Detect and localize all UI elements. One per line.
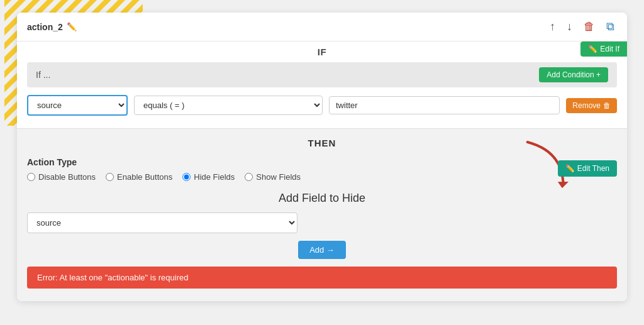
edit-if-button[interactable]: ✏️ ✏️ Edit If Edit If <box>580 41 627 57</box>
radio-enable-buttons-input[interactable] <box>106 173 114 181</box>
error-bar: Error: At least one "actionable" is requ… <box>27 267 617 289</box>
remove-condition-button[interactable]: Remove 🗑 <box>566 98 617 113</box>
main-card: action_2 ✏️ ↑ ↓ 🗑 ⧉ IF ✏️ ✏️ Edit If Edi… <box>17 13 627 301</box>
radio-hide-fields[interactable]: Hide Fields <box>182 172 235 182</box>
move-down-button[interactable]: ↓ <box>564 19 575 35</box>
radio-hide-fields-input[interactable] <box>182 173 191 181</box>
edit-then-button[interactable]: ✏️ ✏️ Edit Then Edit Then <box>558 160 617 177</box>
if-section-title: IF <box>17 41 627 62</box>
add-condition-button[interactable]: Add Condition + <box>539 67 608 82</box>
then-section-title: THEN <box>27 138 617 148</box>
action-type-label: Action Type <box>27 157 617 167</box>
radio-enable-buttons[interactable]: Enable Buttons <box>106 172 172 182</box>
add-field-title: Add Field to Hide <box>27 192 617 205</box>
edit-then-pencil-icon: ✏️ <box>565 164 575 173</box>
edit-if-pencil-icon: ✏️ <box>588 45 597 53</box>
if-section: If ... Add Condition + source equals ( =… <box>17 62 627 128</box>
radio-disable-buttons-input[interactable] <box>27 173 35 181</box>
field-select[interactable]: source <box>27 95 128 116</box>
operator-select[interactable]: equals ( = ) <box>134 96 323 115</box>
condition-row: source equals ( = ) Remove 🗑 <box>27 95 617 116</box>
move-up-button[interactable]: ↑ <box>547 19 558 35</box>
remove-trash-icon: 🗑 <box>603 101 611 110</box>
radio-group: Disable Buttons Enable Buttons Hide Fiel… <box>27 172 617 182</box>
value-input[interactable] <box>329 96 560 114</box>
header-title-group: action_2 ✏️ <box>27 22 77 32</box>
edit-title-icon[interactable]: ✏️ <box>67 22 77 31</box>
copy-action-button[interactable]: ⧉ <box>604 19 617 35</box>
if-title-row: If ... Add Condition + <box>27 62 617 87</box>
add-field-select[interactable]: source <box>27 212 297 233</box>
radio-show-fields[interactable]: Show Fields <box>245 172 301 182</box>
if-label: If ... <box>36 70 50 80</box>
header-actions: ↑ ↓ 🗑 ⧉ <box>547 19 617 35</box>
field-select-row: source <box>27 212 297 233</box>
add-field-button[interactable]: Add → <box>298 241 346 259</box>
delete-action-button[interactable]: 🗑 <box>581 19 597 35</box>
radio-show-fields-input[interactable] <box>245 173 253 181</box>
action-title: action_2 <box>27 22 63 32</box>
then-section: THEN ✏️ ✏️ Edit Then Edit Then Action Ty… <box>17 128 627 301</box>
header-bar: action_2 ✏️ ↑ ↓ 🗑 ⧉ <box>17 13 627 41</box>
radio-disable-buttons[interactable]: Disable Buttons <box>27 172 96 182</box>
